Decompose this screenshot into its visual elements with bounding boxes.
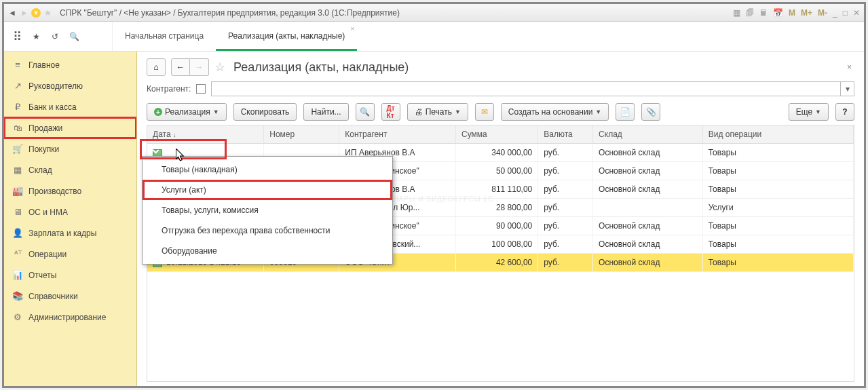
- sidebar-icon: 🛒: [12, 144, 23, 154]
- close-page-icon[interactable]: ×: [844, 60, 854, 75]
- sidebar-item-label: Зарплата и кадры: [29, 229, 96, 238]
- menu-item-3[interactable]: Отгрузка без перехода права собственност…: [143, 220, 392, 241]
- favorite-icon[interactable]: ★: [42, 7, 53, 18]
- col-5[interactable]: Склад: [593, 125, 703, 144]
- print-icon: 🖨: [415, 107, 423, 117]
- sidebar-icon: 🏭: [12, 186, 23, 196]
- menu-item-4[interactable]: Оборудование: [143, 241, 392, 261]
- history-icon[interactable]: ↺: [49, 31, 61, 43]
- sidebar-item-label: Администрирование: [29, 313, 106, 322]
- contractor-dropdown[interactable]: ▾: [841, 81, 854, 96]
- sidebar-icon: ₽: [12, 102, 23, 112]
- sidebar-item-10[interactable]: 📊Отчеты: [4, 265, 136, 286]
- nav-back-icon[interactable]: ◄: [7, 7, 18, 18]
- col-6[interactable]: Вид операции: [702, 125, 853, 144]
- more-button[interactable]: Еще▼: [789, 103, 829, 121]
- home-button[interactable]: ⌂: [147, 58, 166, 76]
- sidebar-item-9[interactable]: ᴬᵀОперации: [4, 243, 136, 265]
- tb-ico-3[interactable]: 🖩: [758, 8, 769, 18]
- sidebar-icon: ≡: [12, 60, 23, 70]
- plus-icon: +: [154, 108, 162, 116]
- title-bar: ◄ ► ▼ ★ СПРК "Бештуг" / <Не указан> / Бу…: [4, 4, 864, 22]
- menu-item-2[interactable]: Товары, услуги, комиссия: [143, 200, 392, 220]
- menu-item-1[interactable]: Услуги (акт): [143, 180, 392, 200]
- sidebar-icon: 🖥: [12, 207, 23, 217]
- tab-realizacija[interactable]: Реализация (акты, накладные)×: [216, 22, 357, 51]
- sidebar-item-7[interactable]: 🖥ОС и НМА: [4, 201, 136, 222]
- sidebar-item-2[interactable]: ₽Банк и касса: [4, 96, 136, 117]
- menu-item-0[interactable]: Товары (накладная): [143, 159, 392, 180]
- col-3[interactable]: Сумма: [456, 125, 538, 144]
- sidebar-icon: ▦: [12, 165, 23, 175]
- find-button[interactable]: Найти...: [303, 103, 348, 121]
- star-icon[interactable]: ★: [30, 31, 42, 43]
- realizacija-button[interactable]: +Реализация▼: [147, 103, 227, 121]
- minimize-icon[interactable]: _: [831, 8, 839, 18]
- col-2[interactable]: Контрагент: [339, 125, 456, 144]
- apps-icon[interactable]: ⠿: [11, 31, 23, 43]
- command-bar: +Реализация▼ Скопировать Найти... 🔍 ДтКт…: [147, 103, 854, 121]
- sidebar-icon: 📊: [12, 270, 23, 280]
- sidebar-item-label: Главное: [29, 60, 60, 70]
- sidebar-item-5[interactable]: ▦Склад: [4, 159, 136, 180]
- sidebar-icon: ↗: [12, 81, 23, 91]
- attach-1-button[interactable]: 📄: [616, 103, 635, 121]
- page-title: Реализация (акты, накладные): [233, 60, 409, 75]
- tb-m[interactable]: M: [787, 8, 797, 18]
- sidebar-item-3[interactable]: 🛍Продажи: [4, 117, 136, 138]
- forward-button[interactable]: →: [190, 58, 209, 76]
- filter-checkbox[interactable]: [196, 84, 206, 94]
- sidebar-icon: 👤: [12, 228, 23, 238]
- sidebar-item-label: Операции: [29, 250, 67, 259]
- maximize-icon[interactable]: □: [842, 8, 849, 18]
- sidebar-item-4[interactable]: 🛒Покупки: [4, 138, 136, 159]
- window-title: СПРК "Бештуг" / <Не указан> / Бухгалтери…: [57, 8, 728, 18]
- dt-kt-button[interactable]: ДтКт: [381, 103, 400, 121]
- create-based-button[interactable]: Создать на основании▼: [501, 103, 609, 121]
- copy-button[interactable]: Скопировать: [233, 103, 297, 121]
- sidebar-item-6[interactable]: 🏭Производство: [4, 180, 136, 201]
- tb-m-plus[interactable]: M+: [799, 8, 814, 18]
- search-icon[interactable]: 🔍: [68, 31, 80, 43]
- sidebar-icon: ᴬᵀ: [12, 249, 23, 259]
- tb-ico-4[interactable]: 📅: [772, 8, 785, 18]
- sidebar-item-label: Производство: [29, 187, 81, 196]
- nav-dd-icon[interactable]: ▼: [31, 8, 41, 18]
- sidebar-item-label: Продажи: [29, 123, 62, 133]
- contractor-field[interactable]: [211, 81, 841, 96]
- mail-button[interactable]: ✉: [475, 103, 494, 121]
- tb-m-minus[interactable]: M-: [816, 8, 829, 18]
- sidebar-item-1[interactable]: ↗Руководителю: [4, 75, 136, 96]
- help-button[interactable]: ?: [835, 103, 854, 121]
- close-icon[interactable]: ✕: [852, 8, 861, 18]
- attach-2-button[interactable]: 📎: [641, 103, 660, 121]
- col-4[interactable]: Валюта: [538, 125, 593, 144]
- page-star-icon[interactable]: ☆: [214, 60, 225, 75]
- sidebar-item-11[interactable]: 📚Справочники: [4, 286, 136, 307]
- sidebar-icon: 📚: [12, 291, 23, 301]
- sidebar-item-8[interactable]: 👤Зарплата и кадры: [4, 222, 136, 243]
- tb-ico-1[interactable]: ▦: [732, 8, 742, 18]
- sidebar-item-label: Склад: [29, 165, 52, 175]
- realizacija-menu: Товары (накладная)Услуги (акт)Товары, ус…: [142, 156, 393, 265]
- sidebar-item-label: ОС и НМА: [29, 208, 68, 217]
- sidebar-item-label: Руководителю: [29, 81, 83, 91]
- col-1[interactable]: Номер: [264, 125, 339, 144]
- top-area: ⠿ ★ ↺ 🔍 Начальная страница Реализация (а…: [4, 22, 864, 52]
- clear-filter-button[interactable]: 🔍: [356, 103, 375, 121]
- sidebar-icon: 🛍: [12, 123, 23, 133]
- sidebar-icon: ⚙: [12, 312, 23, 322]
- filter-label: Контрагент:: [147, 84, 191, 94]
- col-0[interactable]: Дата ↓: [147, 125, 264, 144]
- sidebar-item-label: Банк и касса: [29, 102, 77, 112]
- print-button[interactable]: 🖨Печать▼: [407, 103, 468, 121]
- tb-ico-2[interactable]: 🗐: [744, 8, 755, 18]
- tab-home[interactable]: Начальная страница: [113, 22, 216, 51]
- sidebar-item-12[interactable]: ⚙Администрирование: [4, 307, 136, 328]
- sidebar-item-0[interactable]: ≡Главное: [4, 54, 136, 75]
- nav-fwd-icon[interactable]: ►: [19, 7, 30, 18]
- sidebar-item-label: Справочники: [29, 292, 78, 301]
- back-button[interactable]: ←: [171, 58, 190, 76]
- tab-close-icon[interactable]: ×: [351, 25, 355, 33]
- sidebar-item-label: Покупки: [29, 144, 59, 154]
